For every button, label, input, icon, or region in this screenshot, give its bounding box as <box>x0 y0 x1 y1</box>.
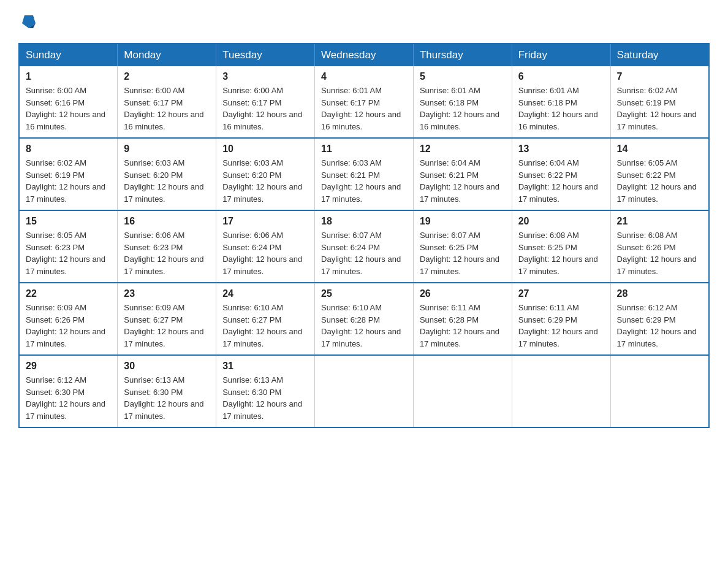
day-info: Sunrise: 6:00 AM Sunset: 6:17 PM Dayligh… <box>124 85 210 132</box>
day-info: Sunrise: 6:10 AM Sunset: 6:27 PM Dayligh… <box>222 302 308 350</box>
day-number: 24 <box>222 288 308 299</box>
calendar-cell: 3 Sunrise: 6:00 AM Sunset: 6:17 PM Dayli… <box>216 66 315 138</box>
day-info: Sunrise: 6:07 AM Sunset: 6:25 PM Dayligh… <box>420 229 506 277</box>
day-number: 3 <box>222 71 308 82</box>
day-info: Sunrise: 6:03 AM Sunset: 6:21 PM Dayligh… <box>321 157 407 205</box>
calendar-week-row: 8 Sunrise: 6:02 AM Sunset: 6:19 PM Dayli… <box>19 138 709 210</box>
calendar-header-monday: Monday <box>118 44 216 66</box>
calendar-cell: 25 Sunrise: 6:10 AM Sunset: 6:28 PM Dayl… <box>315 283 414 355</box>
calendar-header-saturday: Saturday <box>610 44 709 66</box>
day-number: 11 <box>321 144 407 155</box>
day-info: Sunrise: 6:00 AM Sunset: 6:17 PM Dayligh… <box>222 85 308 132</box>
day-info: Sunrise: 6:02 AM Sunset: 6:19 PM Dayligh… <box>26 157 111 205</box>
calendar-cell: 9 Sunrise: 6:03 AM Sunset: 6:20 PM Dayli… <box>118 138 216 210</box>
day-number: 7 <box>617 71 702 82</box>
calendar-cell: 7 Sunrise: 6:02 AM Sunset: 6:19 PM Dayli… <box>610 66 709 138</box>
calendar-cell: 11 Sunrise: 6:03 AM Sunset: 6:21 PM Dayl… <box>315 138 414 210</box>
calendar-cell: 10 Sunrise: 6:03 AM Sunset: 6:20 PM Dayl… <box>216 138 315 210</box>
day-number: 23 <box>124 288 210 299</box>
calendar-cell: 12 Sunrise: 6:04 AM Sunset: 6:21 PM Dayl… <box>413 138 512 210</box>
day-info: Sunrise: 6:10 AM Sunset: 6:28 PM Dayligh… <box>321 302 407 350</box>
calendar-cell: 20 Sunrise: 6:08 AM Sunset: 6:25 PM Dayl… <box>512 210 610 283</box>
day-number: 20 <box>518 216 604 227</box>
day-number: 26 <box>420 288 506 299</box>
day-number: 16 <box>124 216 210 227</box>
day-info: Sunrise: 6:01 AM Sunset: 6:18 PM Dayligh… <box>420 85 506 132</box>
calendar-cell: 26 Sunrise: 6:11 AM Sunset: 6:28 PM Dayl… <box>413 283 512 355</box>
calendar-week-row: 15 Sunrise: 6:05 AM Sunset: 6:23 PM Dayl… <box>19 210 709 283</box>
day-info: Sunrise: 6:01 AM Sunset: 6:18 PM Dayligh… <box>518 85 604 132</box>
day-number: 15 <box>26 216 111 227</box>
calendar-table: SundayMondayTuesdayWednesdayThursdayFrid… <box>18 43 710 428</box>
day-info: Sunrise: 6:02 AM Sunset: 6:19 PM Dayligh… <box>617 85 702 132</box>
calendar-cell: 17 Sunrise: 6:06 AM Sunset: 6:24 PM Dayl… <box>216 210 315 283</box>
day-number: 8 <box>26 144 111 155</box>
day-info: Sunrise: 6:06 AM Sunset: 6:24 PM Dayligh… <box>222 229 308 277</box>
day-info: Sunrise: 6:09 AM Sunset: 6:26 PM Dayligh… <box>26 302 111 350</box>
calendar-header-tuesday: Tuesday <box>216 44 315 66</box>
calendar-cell: 28 Sunrise: 6:12 AM Sunset: 6:29 PM Dayl… <box>610 283 709 355</box>
calendar-cell: 29 Sunrise: 6:12 AM Sunset: 6:30 PM Dayl… <box>19 355 118 427</box>
day-number: 4 <box>321 71 407 82</box>
calendar-week-row: 29 Sunrise: 6:12 AM Sunset: 6:30 PM Dayl… <box>19 355 709 427</box>
day-number: 29 <box>26 361 111 372</box>
calendar-week-row: 22 Sunrise: 6:09 AM Sunset: 6:26 PM Dayl… <box>19 283 709 355</box>
day-number: 2 <box>124 71 210 82</box>
calendar-header-thursday: Thursday <box>413 44 512 66</box>
day-info: Sunrise: 6:06 AM Sunset: 6:23 PM Dayligh… <box>124 229 210 277</box>
calendar-header-row: SundayMondayTuesdayWednesdayThursdayFrid… <box>19 44 709 66</box>
calendar-cell: 14 Sunrise: 6:05 AM Sunset: 6:22 PM Dayl… <box>610 138 709 210</box>
calendar-cell: 24 Sunrise: 6:10 AM Sunset: 6:27 PM Dayl… <box>216 283 315 355</box>
calendar-cell: 8 Sunrise: 6:02 AM Sunset: 6:19 PM Dayli… <box>19 138 118 210</box>
day-number: 6 <box>518 71 604 82</box>
calendar-cell: 13 Sunrise: 6:04 AM Sunset: 6:22 PM Dayl… <box>512 138 610 210</box>
calendar-cell: 21 Sunrise: 6:08 AM Sunset: 6:26 PM Dayl… <box>610 210 709 283</box>
calendar-header-wednesday: Wednesday <box>315 44 414 66</box>
day-info: Sunrise: 6:12 AM Sunset: 6:29 PM Dayligh… <box>617 302 702 350</box>
day-info: Sunrise: 6:03 AM Sunset: 6:20 PM Dayligh… <box>124 157 210 205</box>
day-number: 13 <box>518 144 604 155</box>
day-info: Sunrise: 6:07 AM Sunset: 6:24 PM Dayligh… <box>321 229 407 277</box>
day-info: Sunrise: 6:04 AM Sunset: 6:22 PM Dayligh… <box>518 157 604 205</box>
day-number: 9 <box>124 144 210 155</box>
calendar-header-sunday: Sunday <box>19 44 118 66</box>
calendar-cell: 15 Sunrise: 6:05 AM Sunset: 6:23 PM Dayl… <box>19 210 118 283</box>
calendar-cell: 4 Sunrise: 6:01 AM Sunset: 6:17 PM Dayli… <box>315 66 414 138</box>
calendar-cell: 22 Sunrise: 6:09 AM Sunset: 6:26 PM Dayl… <box>19 283 118 355</box>
day-number: 28 <box>617 288 702 299</box>
day-info: Sunrise: 6:08 AM Sunset: 6:26 PM Dayligh… <box>617 229 702 277</box>
day-number: 19 <box>420 216 506 227</box>
day-info: Sunrise: 6:13 AM Sunset: 6:30 PM Dayligh… <box>222 374 308 422</box>
calendar-cell: 23 Sunrise: 6:09 AM Sunset: 6:27 PM Dayl… <box>118 283 216 355</box>
calendar-cell: 18 Sunrise: 6:07 AM Sunset: 6:24 PM Dayl… <box>315 210 414 283</box>
day-info: Sunrise: 6:13 AM Sunset: 6:30 PM Dayligh… <box>124 374 210 422</box>
day-info: Sunrise: 6:01 AM Sunset: 6:17 PM Dayligh… <box>321 85 407 132</box>
day-info: Sunrise: 6:00 AM Sunset: 6:16 PM Dayligh… <box>26 85 111 132</box>
day-number: 17 <box>222 216 308 227</box>
day-number: 21 <box>617 216 702 227</box>
calendar-cell: 2 Sunrise: 6:00 AM Sunset: 6:17 PM Dayli… <box>118 66 216 138</box>
day-number: 10 <box>222 144 308 155</box>
day-number: 25 <box>321 288 407 299</box>
page-header <box>18 12 710 31</box>
day-number: 14 <box>617 144 702 155</box>
calendar-cell <box>413 355 512 427</box>
day-info: Sunrise: 6:03 AM Sunset: 6:20 PM Dayligh… <box>222 157 308 205</box>
day-number: 27 <box>518 288 604 299</box>
day-info: Sunrise: 6:11 AM Sunset: 6:28 PM Dayligh… <box>420 302 506 350</box>
day-info: Sunrise: 6:09 AM Sunset: 6:27 PM Dayligh… <box>124 302 210 350</box>
logo <box>18 12 26 31</box>
day-number: 5 <box>420 71 506 82</box>
calendar-cell: 6 Sunrise: 6:01 AM Sunset: 6:18 PM Dayli… <box>512 66 610 138</box>
calendar-cell: 31 Sunrise: 6:13 AM Sunset: 6:30 PM Dayl… <box>216 355 315 427</box>
calendar-cell: 16 Sunrise: 6:06 AM Sunset: 6:23 PM Dayl… <box>118 210 216 283</box>
calendar-cell: 5 Sunrise: 6:01 AM Sunset: 6:18 PM Dayli… <box>413 66 512 138</box>
calendar-cell <box>610 355 709 427</box>
day-info: Sunrise: 6:04 AM Sunset: 6:21 PM Dayligh… <box>420 157 506 205</box>
calendar-cell: 19 Sunrise: 6:07 AM Sunset: 6:25 PM Dayl… <box>413 210 512 283</box>
day-number: 18 <box>321 216 407 227</box>
calendar-cell <box>315 355 414 427</box>
day-number: 1 <box>26 71 111 82</box>
day-number: 12 <box>420 144 506 155</box>
calendar-cell <box>512 355 610 427</box>
